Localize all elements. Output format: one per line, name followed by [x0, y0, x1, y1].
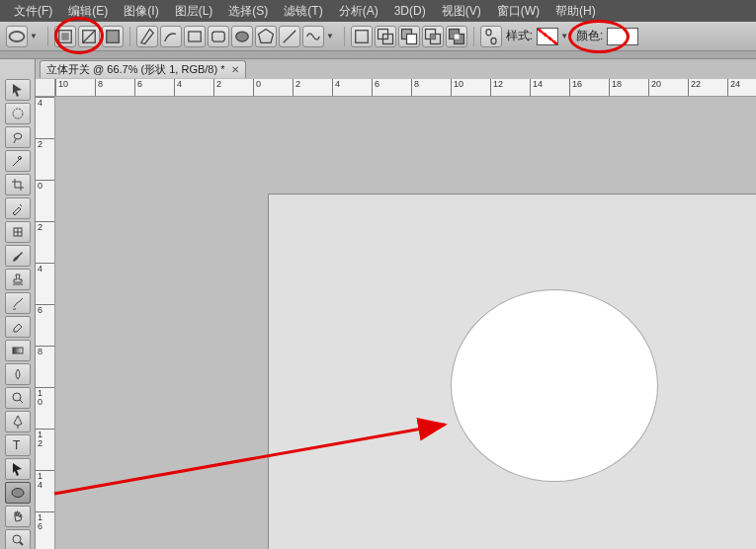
svg-point-28: [13, 393, 21, 401]
ruler-tick: 6: [372, 79, 379, 96]
svg-text:T: T: [13, 438, 21, 452]
combine-subtract-icon[interactable]: [398, 26, 420, 47]
pen-icon[interactable]: [136, 26, 158, 47]
line-icon[interactable]: [279, 26, 300, 47]
ruler-tick: 0: [36, 180, 54, 191]
shape-preset-button[interactable]: [6, 26, 28, 47]
ruler-tick: 1 4: [36, 470, 54, 490]
ruler-tick: 1 6: [36, 511, 54, 531]
menu-analysis[interactable]: 分析(A): [331, 3, 386, 20]
combine-new-icon[interactable]: [351, 26, 373, 47]
menu-select[interactable]: 选择(S): [220, 3, 276, 20]
gradient-tool[interactable]: [5, 340, 31, 361]
ruler-tick: 22: [688, 79, 701, 96]
menu-view[interactable]: 视图(V): [434, 3, 489, 20]
menu-help[interactable]: 帮助(H): [547, 3, 604, 20]
ruler-tick: 10: [55, 79, 68, 96]
ruler-origin[interactable]: [36, 79, 55, 97]
document-tab[interactable]: 立体开关 @ 66.7% (形状 1, RGB/8) * ✕: [40, 60, 246, 78]
ruler-tick: 1 2: [36, 429, 54, 448]
style-label: 样式:: [506, 28, 533, 44]
menu-3d[interactable]: 3D(D): [386, 4, 434, 18]
pen-tool[interactable]: [5, 411, 31, 432]
ruler-tick: 0: [253, 79, 261, 96]
color-swatch[interactable]: [607, 28, 638, 45]
close-icon[interactable]: ✕: [231, 64, 239, 75]
combine-add-icon[interactable]: [375, 26, 396, 47]
menu-window[interactable]: 窗口(W): [489, 3, 547, 20]
menu-layer[interactable]: 图层(L): [167, 3, 221, 20]
svg-line-33: [20, 542, 23, 545]
history-brush-tool[interactable]: [5, 292, 31, 314]
svg-rect-20: [454, 34, 459, 39]
brush-tool[interactable]: [5, 245, 31, 267]
svg-point-31: [12, 489, 24, 498]
ruler-tick: 2: [36, 138, 54, 149]
ruler-tick: 12: [490, 79, 503, 96]
stamp-tool[interactable]: [5, 269, 31, 290]
marquee-tool[interactable]: [5, 103, 31, 124]
ruler-tick: 6: [134, 79, 142, 96]
fill-pixels-button[interactable]: [102, 26, 124, 47]
svg-rect-6: [212, 32, 225, 41]
canvas-viewport[interactable]: [55, 97, 756, 549]
link-icon[interactable]: [480, 26, 502, 47]
color-label: 颜色:: [576, 28, 603, 44]
hand-tool[interactable]: [5, 506, 31, 527]
horizontal-ruler[interactable]: 108642024681012141618202224: [55, 79, 756, 97]
ruler-tick: 20: [648, 79, 661, 96]
workspace: 立体开关 @ 66.7% (形状 1, RGB/8) * ✕ 108642024…: [36, 59, 756, 549]
freeform-pen-icon[interactable]: [160, 26, 182, 47]
healing-tool[interactable]: [5, 221, 31, 243]
move-tool[interactable]: [5, 79, 31, 101]
ruler-tick: 2: [293, 79, 300, 96]
polygon-icon[interactable]: [255, 26, 277, 47]
menu-file[interactable]: 文件(F): [6, 3, 60, 20]
svg-rect-5: [189, 32, 202, 41]
svg-rect-14: [406, 34, 416, 43]
ellipse-option-icon[interactable]: [231, 26, 253, 47]
magic-wand-tool[interactable]: [5, 150, 31, 172]
ruler-tick: 1 0: [36, 387, 54, 407]
svg-line-29: [20, 400, 23, 403]
menu-filter[interactable]: 滤镜(T): [276, 3, 330, 20]
blur-tool[interactable]: [5, 363, 31, 385]
eraser-tool[interactable]: [5, 316, 31, 338]
dropdown-icon[interactable]: ▼: [326, 32, 334, 40]
rounded-rectangle-icon[interactable]: [208, 26, 229, 47]
rectangle-icon[interactable]: [184, 26, 206, 47]
ellipse-tool[interactable]: [5, 482, 31, 504]
ruler-tick: 4: [174, 79, 182, 96]
combine-exclude-icon[interactable]: [446, 26, 467, 47]
svg-point-0: [10, 32, 25, 41]
svg-rect-22: [491, 38, 496, 43]
ruler-tick: 4: [36, 97, 54, 108]
svg-rect-17: [430, 34, 435, 39]
menu-edit[interactable]: 编辑(E): [60, 3, 116, 20]
lasso-tool[interactable]: [5, 126, 31, 148]
dropdown-icon[interactable]: ▼: [560, 32, 568, 40]
dropdown-icon[interactable]: ▼: [30, 32, 38, 40]
combine-intersect-icon[interactable]: [422, 26, 444, 47]
type-tool[interactable]: T: [5, 434, 31, 456]
svg-rect-10: [356, 30, 369, 42]
path-selection-tool[interactable]: [5, 458, 31, 480]
eyedropper-tool[interactable]: [5, 197, 31, 219]
ruler-tick: 24: [727, 79, 740, 96]
style-swatch[interactable]: [537, 28, 558, 45]
svg-marker-8: [258, 29, 273, 42]
paths-button[interactable]: [78, 26, 100, 47]
dodge-tool[interactable]: [5, 387, 31, 409]
ruler-tick: 2: [213, 79, 221, 96]
custom-shape-icon[interactable]: [302, 26, 324, 47]
zoom-tool[interactable]: [5, 529, 31, 549]
shape-layers-button[interactable]: [54, 26, 76, 47]
svg-line-9: [284, 30, 296, 42]
vertical-ruler[interactable]: 42024681 01 21 41 6: [36, 97, 55, 549]
ruler-tick: 8: [36, 346, 54, 356]
crop-tool[interactable]: [5, 174, 31, 196]
ruler-tick: 4: [332, 79, 340, 96]
svg-point-32: [13, 535, 21, 543]
menu-image[interactable]: 图像(I): [116, 3, 166, 20]
shape-ellipse[interactable]: [451, 289, 658, 482]
